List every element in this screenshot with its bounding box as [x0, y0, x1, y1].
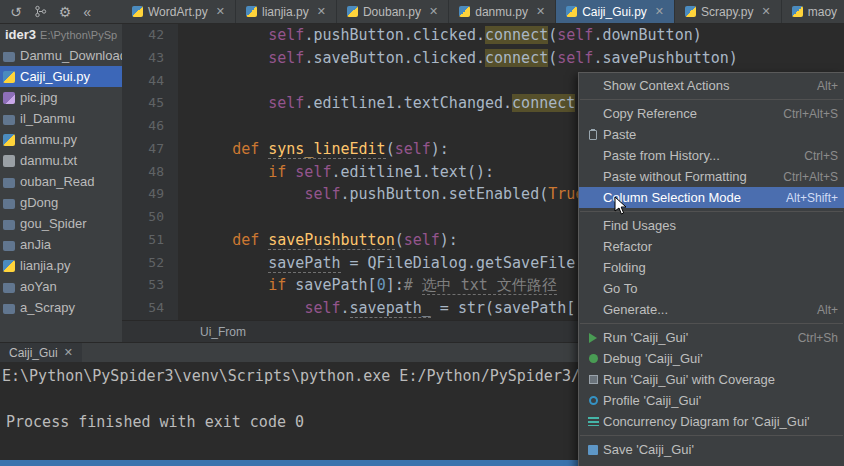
- menu-item-run-with-coverage[interactable]: Run 'Caiji_Gui' with Coverage: [579, 369, 844, 390]
- sidebar-item-scrapy[interactable]: a_Scrapy: [0, 297, 122, 318]
- tab-label: Caiji_Gui.py: [582, 5, 647, 19]
- tab-wordart[interactable]: WordArt.py✕: [122, 0, 236, 23]
- text-file-icon: [3, 155, 15, 167]
- folder-icon: [3, 304, 15, 314]
- menu-item-paste-from-history[interactable]: Paste from History...Ctrl+S: [579, 145, 844, 166]
- menu-item-save-caiji-gui[interactable]: Save 'Caiji_Gui': [579, 439, 844, 460]
- profiler-icon: [589, 396, 598, 405]
- code-line[interactable]: 42 self.pushButton.clicked.connect(self.…: [122, 24, 844, 47]
- python-file-icon: [3, 71, 15, 83]
- line-number: 53: [122, 274, 178, 297]
- python-file-icon: [685, 6, 696, 17]
- collapse-icon[interactable]: «: [83, 4, 91, 20]
- folder-icon: [3, 199, 15, 209]
- line-number: 54: [122, 297, 178, 320]
- menu-item-paste-without-formatting[interactable]: Paste without FormattingCtrl+Alt+S: [579, 166, 844, 187]
- tab-lianjia[interactable]: lianjia.py✕: [236, 0, 337, 23]
- menu-item-go-to[interactable]: Go To: [579, 278, 844, 299]
- menu-item-profile-caiji-gui[interactable]: Profile 'Caiji_Gui': [579, 390, 844, 411]
- menu-item-show-context-actions[interactable]: Show Context ActionsAlt+: [579, 75, 844, 96]
- close-icon[interactable]: ✕: [64, 346, 73, 359]
- close-icon[interactable]: ✕: [216, 5, 225, 18]
- menu-item-run-caiji-gui[interactable]: Run 'Caiji_Gui'Ctrl+Sh: [579, 327, 844, 348]
- tree-root-item[interactable]: ider3 E:\Python\PySp: [0, 24, 122, 45]
- save-icon: [588, 445, 598, 455]
- line-number: 48: [122, 161, 178, 184]
- menu-item-show-in-explorer[interactable]: Show in Explorer: [579, 460, 844, 466]
- project-root-name: ider3: [5, 27, 36, 42]
- run-tab-label: Caiji_Gui: [9, 346, 58, 360]
- sidebar-item-jingdong[interactable]: gDong: [0, 192, 122, 213]
- tab-label: lianjia.py: [262, 5, 309, 19]
- python-file-icon: [246, 6, 257, 17]
- menu-item-debug-caiji-gui[interactable]: Debug 'Caiji_Gui': [579, 348, 844, 369]
- python-file-icon: [3, 134, 15, 146]
- close-icon[interactable]: ✕: [317, 5, 326, 18]
- close-icon[interactable]: ✕: [536, 5, 545, 18]
- line-number: 46: [122, 115, 178, 138]
- line-number: 52: [122, 252, 178, 275]
- main-toolbar: ↺ ⚙ «: [0, 0, 122, 23]
- tab-label: maoy: [808, 5, 837, 19]
- paste-icon: [589, 130, 597, 140]
- breadcrumb[interactable]: Ui_From: [200, 325, 246, 339]
- mouse-cursor: [614, 196, 628, 220]
- editor-context-menu: Show Context ActionsAlt+ Copy ReferenceC…: [578, 72, 844, 466]
- menu-item-folding[interactable]: Folding: [579, 257, 844, 278]
- close-icon[interactable]: ✕: [655, 5, 664, 18]
- menu-separator: [580, 435, 843, 436]
- sidebar-item-maoyan[interactable]: aoYan: [0, 276, 122, 297]
- python-file-icon: [566, 6, 577, 17]
- debug-icon: [589, 354, 598, 363]
- tab-label: Douban.py: [363, 5, 421, 19]
- menu-item-generate[interactable]: Generate...Alt+: [579, 299, 844, 320]
- sidebar-item-sougou-spider[interactable]: gou_Spider: [0, 213, 122, 234]
- tab-danmu[interactable]: danmu.py✕: [449, 0, 556, 23]
- sidebar-item-caiji-gui-py[interactable]: Caiji_Gui.py: [0, 66, 122, 87]
- menu-item-copy-reference[interactable]: Copy ReferenceCtrl+Alt+S: [579, 103, 844, 124]
- tab-douban[interactable]: Douban.py✕: [337, 0, 449, 23]
- menu-item-refactor[interactable]: Refactor: [579, 236, 844, 257]
- sidebar-item-danmu-py[interactable]: danmu.py: [0, 129, 122, 150]
- run-tab-caiji-gui[interactable]: Caiji_Gui ✕: [0, 343, 82, 362]
- folder-icon: [3, 178, 15, 188]
- sidebar-item-danmu-download[interactable]: Danmu_Download: [0, 45, 122, 66]
- console-output-line: Process finished with exit code 0: [6, 413, 304, 431]
- close-icon[interactable]: ✕: [429, 5, 438, 18]
- tab-label: danmu.py: [475, 5, 528, 19]
- line-number: 49: [122, 183, 178, 206]
- folder-icon: [3, 241, 15, 251]
- sidebar-item-bili-danmu[interactable]: il_Danmu: [0, 108, 122, 129]
- python-file-icon: [792, 6, 803, 17]
- tab-maoyan[interactable]: maoy: [782, 0, 844, 23]
- console-output-line: E:\Python\PySpider3\venv\Scripts\python.…: [2, 367, 580, 385]
- close-icon[interactable]: ✕: [762, 5, 771, 18]
- code-line[interactable]: 43 self.saveButton.clicked.connect(self.…: [122, 47, 844, 70]
- tab-caiji-gui[interactable]: Caiji_Gui.py✕: [556, 0, 675, 23]
- sidebar-item-lianjia[interactable]: anJia: [0, 234, 122, 255]
- folder-icon: [3, 220, 15, 230]
- menu-separator: [580, 99, 843, 100]
- line-number: 42: [122, 24, 178, 47]
- line-number: 50: [122, 206, 178, 229]
- menu-item-concurrency-diagram[interactable]: Concurrency Diagram for 'Caiji_Gui': [579, 411, 844, 432]
- line-number: 51: [122, 229, 178, 252]
- folder-icon: [3, 283, 15, 293]
- editor-tab-bar: WordArt.py✕ lianjia.py✕ Douban.py✕ danmu…: [122, 0, 844, 23]
- top-bar: ↺ ⚙ « WordArt.py✕ lianjia.py✕ Douban.py✕…: [0, 0, 844, 24]
- sidebar-item-pic-jpg[interactable]: pic.jpg: [0, 87, 122, 108]
- tab-scrapy[interactable]: Scrapy.py✕: [675, 0, 782, 23]
- sidebar-item-lianjia-py[interactable]: lianjia.py: [0, 255, 122, 276]
- folder-icon: [3, 52, 15, 62]
- settings-gear-icon[interactable]: ⚙: [59, 4, 72, 20]
- ide-window: ↺ ⚙ « WordArt.py✕ lianjia.py✕ Douban.py✕…: [0, 0, 844, 466]
- branch-icon[interactable]: [34, 5, 47, 18]
- python-file-icon: [347, 6, 358, 17]
- undo-icon[interactable]: ↺: [10, 4, 22, 20]
- tab-label: Scrapy.py: [701, 5, 753, 19]
- menu-item-paste[interactable]: Paste: [579, 124, 844, 145]
- line-number: 44: [122, 70, 178, 93]
- sidebar-item-douban-read[interactable]: ouban_Read: [0, 171, 122, 192]
- tab-label: WordArt.py: [148, 5, 208, 19]
- sidebar-item-danmu-txt[interactable]: danmu.txt: [0, 150, 122, 171]
